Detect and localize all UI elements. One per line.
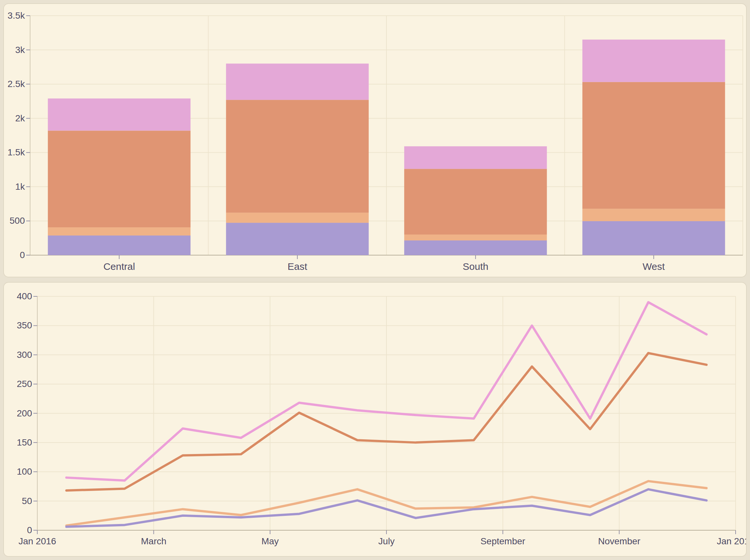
- bar-segment-central-orange[interactable]: [48, 131, 191, 227]
- y-tick-label: 100: [17, 466, 32, 477]
- y-tick-label: 50: [22, 496, 32, 506]
- category-label-west: West: [643, 261, 665, 272]
- category-label-central: Central: [103, 261, 135, 272]
- bar-segment-east-orange[interactable]: [226, 100, 369, 213]
- x-tick-label: September: [480, 536, 525, 546]
- bar-segment-west-pink[interactable]: [583, 40, 725, 82]
- y-tick-label: 300: [17, 350, 32, 360]
- line-chart-panel: 050100150200250300350400Jan 2016MarchMay…: [3, 282, 747, 557]
- stacked-bar-chart-panel: 05001k1.5k2k2.5k3k3.5kCentralEastSouthWe…: [3, 3, 747, 277]
- x-tick-label: Jan 2017: [717, 536, 746, 546]
- x-tick-label: November: [598, 536, 640, 546]
- stacked-bar-chart[interactable]: 05001k1.5k2k2.5k3k3.5kCentralEastSouthWe…: [4, 4, 746, 277]
- x-tick-label: July: [378, 536, 395, 546]
- y-tick-label: 0: [20, 250, 25, 260]
- y-tick-label: 500: [9, 216, 25, 226]
- bar-segment-east-purple[interactable]: [226, 223, 369, 255]
- bar-segment-east-light-orange[interactable]: [226, 213, 369, 223]
- y-tick-label: 1k: [15, 182, 25, 192]
- x-tick-label: May: [261, 536, 279, 546]
- bar-segment-west-light-orange[interactable]: [583, 209, 725, 221]
- y-tick-label: 250: [17, 379, 32, 389]
- category-label-south: South: [463, 261, 488, 272]
- bar-segment-west-orange[interactable]: [583, 82, 725, 209]
- y-tick-label: 350: [17, 320, 32, 331]
- bar-segment-south-orange[interactable]: [404, 169, 547, 235]
- bar-segment-west-purple[interactable]: [583, 221, 725, 255]
- y-tick-label: 3.5k: [7, 11, 25, 21]
- x-tick-label: March: [141, 536, 166, 546]
- y-tick-label: 2.5k: [7, 79, 25, 89]
- bar-segment-south-light-orange[interactable]: [404, 235, 547, 240]
- y-tick-label: 200: [17, 408, 32, 418]
- line-chart[interactable]: 050100150200250300350400Jan 2016MarchMay…: [4, 283, 746, 556]
- y-tick-label: 2k: [15, 113, 25, 123]
- bar-segment-south-purple[interactable]: [404, 240, 547, 255]
- category-label-east: East: [288, 261, 308, 272]
- y-tick-label: 400: [17, 291, 32, 301]
- x-tick-label: Jan 2016: [18, 536, 56, 546]
- bar-segment-east-pink[interactable]: [226, 63, 369, 100]
- bar-segment-south-pink[interactable]: [404, 146, 547, 169]
- y-tick-label: 150: [17, 437, 32, 447]
- dashboard-page: { "page": { "background": "#e9e2d1", "pa…: [0, 0, 750, 560]
- y-tick-label: 1.5k: [7, 147, 25, 157]
- bar-segment-central-pink[interactable]: [48, 98, 191, 131]
- bar-segment-central-light-orange[interactable]: [48, 227, 191, 236]
- y-tick-label: 3k: [15, 45, 25, 55]
- bar-segment-central-purple[interactable]: [48, 236, 191, 255]
- y-tick-label: 0: [27, 525, 32, 535]
